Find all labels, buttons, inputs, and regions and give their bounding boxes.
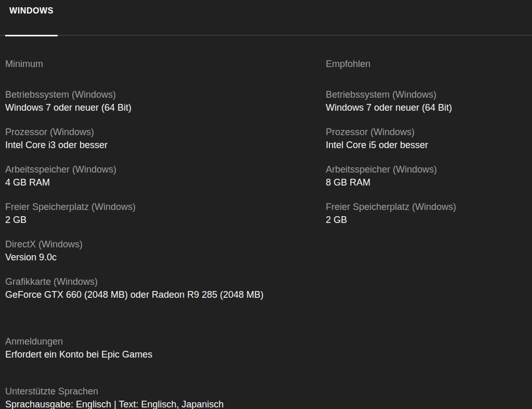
requirement-label: Grafikkarte (Windows) (5, 275, 326, 288)
requirement-row: Prozessor (Windows) Intel Core i5 oder b… (326, 126, 527, 152)
tab-windows[interactable]: WINDOWS (5, 0, 58, 36)
requirements-content: Minimum Betriebssystem (Windows) Windows… (0, 58, 532, 409)
requirement-label: Prozessor (Windows) (326, 126, 527, 139)
requirement-row: Freier Speicherplatz (Windows) 2 GB (326, 201, 527, 227)
tab-windows-label: WINDOWS (9, 6, 54, 16)
requirement-row: Arbeitsspeicher (Windows) 4 GB RAM (5, 163, 326, 189)
languages-value: Sprachausgabe: Englisch | Text: Englisch… (5, 398, 527, 409)
minimum-column: Minimum Betriebssystem (Windows) Windows… (5, 58, 326, 313)
login-value: Erfordert ein Konto bei Epic Games (5, 348, 527, 361)
requirement-row: Freier Speicherplatz (Windows) 2 GB (5, 201, 326, 227)
recommended-column: Empfohlen Betriebssystem (Windows) Windo… (326, 58, 527, 313)
requirement-value: 8 GB RAM (326, 176, 527, 189)
requirement-row: DirectX (Windows) Version 9.0c (5, 238, 326, 264)
requirement-value: Windows 7 oder neuer (64 Bit) (5, 101, 326, 114)
requirement-label: Arbeitsspeicher (Windows) (326, 163, 527, 176)
requirement-row: Arbeitsspeicher (Windows) 8 GB RAM (326, 163, 527, 189)
requirement-label: Freier Speicherplatz (Windows) (326, 201, 527, 214)
login-label: Anmeldungen (5, 335, 527, 348)
requirement-value: 2 GB (326, 214, 527, 227)
requirement-label: Betriebssystem (Windows) (326, 88, 527, 101)
column-header-recommended: Empfohlen (326, 58, 527, 70)
requirement-label: Prozessor (Windows) (5, 126, 326, 139)
requirements-grid: Minimum Betriebssystem (Windows) Windows… (5, 58, 527, 313)
requirement-value: Intel Core i3 oder besser (5, 139, 326, 152)
platform-tabs: WINDOWS (0, 0, 532, 36)
requirement-row: Betriebssystem (Windows) Windows 7 oder … (326, 88, 527, 114)
requirement-value: Version 9.0c (5, 251, 326, 264)
requirement-value: Windows 7 oder neuer (64 Bit) (326, 101, 527, 114)
requirement-row: Betriebssystem (Windows) Windows 7 oder … (5, 88, 326, 114)
requirement-value: GeForce GTX 660 (2048 MB) oder Radeon R9… (5, 288, 326, 301)
requirement-label: DirectX (Windows) (5, 238, 326, 251)
requirement-row: Grafikkarte (Windows) GeForce GTX 660 (2… (5, 275, 326, 301)
system-requirements-panel: WINDOWS Minimum Betriebssystem (Windows)… (0, 0, 532, 409)
languages-section: Unterstützte Sprachen Sprachausgabe: Eng… (5, 385, 527, 409)
column-header-minimum: Minimum (5, 58, 326, 70)
requirement-label: Freier Speicherplatz (Windows) (5, 201, 326, 214)
languages-label: Unterstützte Sprachen (5, 385, 527, 398)
requirement-label: Betriebssystem (Windows) (5, 88, 326, 101)
requirement-value: 2 GB (5, 214, 326, 227)
requirement-value: 4 GB RAM (5, 176, 326, 189)
requirement-label: Arbeitsspeicher (Windows) (5, 163, 326, 176)
requirement-row: Prozessor (Windows) Intel Core i3 oder b… (5, 126, 326, 152)
login-section: Anmeldungen Erfordert ein Konto bei Epic… (5, 335, 527, 361)
requirement-value: Intel Core i5 oder besser (326, 139, 527, 152)
